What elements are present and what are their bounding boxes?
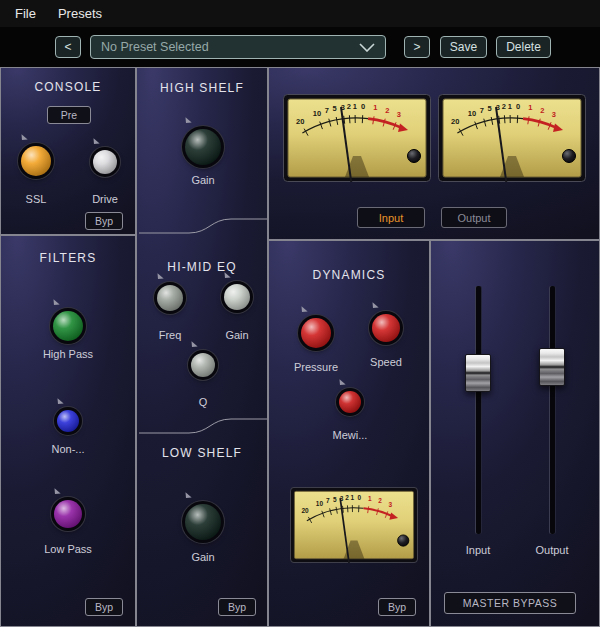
svg-text:10: 10	[468, 109, 476, 118]
svg-text:3: 3	[388, 501, 392, 508]
drive-knob[interactable]	[93, 150, 117, 174]
meter-trim-knob[interactable]	[408, 150, 421, 163]
svg-text:2: 2	[385, 106, 389, 115]
meters-panel: 2010753210123 2010753210123 Input Output	[268, 67, 600, 240]
high-shelf-gain-label: Gain	[191, 174, 214, 186]
console-bypass-button[interactable]: Byp	[85, 212, 123, 230]
high-shelf-title: HIGH SHELF	[137, 81, 267, 95]
svg-text:20: 20	[301, 507, 309, 514]
high-shelf-gain-knob[interactable]	[185, 129, 221, 165]
filters-panel: FILTERS High Pass Non-... Low Pass Byp	[0, 235, 136, 627]
hi-mid-freq-knob[interactable]	[157, 285, 183, 311]
meter-input-button[interactable]: Input	[357, 207, 425, 228]
dynamics-title: DYNAMICS	[269, 268, 429, 282]
svg-text:0: 0	[361, 102, 365, 111]
filters-title: FILTERS	[1, 251, 135, 265]
svg-text:1: 1	[528, 103, 532, 112]
mewing-knob[interactable]	[339, 391, 361, 413]
low-shelf-gain-knob[interactable]	[185, 504, 221, 540]
svg-text:2: 2	[347, 102, 351, 111]
chevron-down-icon	[359, 43, 375, 52]
svg-text:3: 3	[397, 110, 401, 119]
meter-trim-knob[interactable]	[563, 150, 576, 163]
pressure-knob[interactable]	[301, 318, 331, 348]
low-shelf-bypass-button[interactable]: Byp	[218, 598, 256, 616]
menu-file[interactable]: File	[15, 6, 36, 21]
svg-text:7: 7	[325, 106, 329, 115]
svg-text:1: 1	[373, 103, 377, 112]
next-preset-button[interactable]: >	[404, 36, 430, 58]
high-pass-knob-label: High Pass	[43, 348, 93, 360]
svg-text:10: 10	[316, 500, 324, 507]
svg-text:2: 2	[502, 102, 506, 111]
input-vu-meter: 2010753210123	[283, 94, 431, 182]
input-fader-handle[interactable]	[465, 354, 491, 392]
svg-text:2: 2	[540, 106, 544, 115]
output-fader-handle[interactable]	[539, 348, 565, 386]
non-filter-knob-label: Non-...	[51, 443, 84, 455]
master-panel: Input Output MASTER BYPASS	[430, 240, 600, 627]
ssl-knob-label: SSL	[26, 193, 47, 205]
preset-dropdown-value: No Preset Selected	[101, 40, 209, 54]
prev-preset-button[interactable]: <	[55, 36, 81, 58]
menu-presets[interactable]: Presets	[58, 6, 102, 21]
low-pass-knob[interactable]	[54, 500, 82, 528]
non-filter-knob[interactable]	[57, 410, 79, 432]
svg-text:20: 20	[451, 117, 459, 126]
dynamics-vu-meter: 2010753210123	[290, 487, 418, 563]
input-fader-label: Input	[466, 544, 490, 556]
section-divider-curve	[137, 413, 269, 439]
preset-dropdown[interactable]: No Preset Selected	[90, 35, 386, 59]
svg-text:0: 0	[516, 102, 520, 111]
svg-text:20: 20	[296, 117, 304, 126]
low-shelf-gain-label: Gain	[191, 551, 214, 563]
svg-text:1: 1	[508, 102, 512, 111]
svg-text:5: 5	[333, 496, 337, 503]
low-pass-knob-label: Low Pass	[44, 543, 92, 555]
filters-bypass-button[interactable]: Byp	[85, 598, 123, 616]
section-divider-curve	[137, 213, 269, 239]
output-vu-meter: 2010753210123	[438, 94, 586, 182]
dynamics-bypass-button[interactable]: Byp	[378, 598, 416, 616]
hi-mid-q-label: Q	[199, 396, 208, 408]
drive-knob-label: Drive	[92, 193, 118, 205]
output-fader-label: Output	[535, 544, 568, 556]
meter-output-button[interactable]: Output	[441, 207, 507, 228]
svg-text:3: 3	[552, 110, 556, 119]
pressure-knob-label: Pressure	[294, 361, 338, 373]
svg-text:2: 2	[345, 494, 349, 501]
hi-mid-gain-label: Gain	[225, 329, 248, 341]
svg-text:1: 1	[350, 494, 354, 501]
speed-knob-label: Speed	[370, 356, 402, 368]
console-pre-button[interactable]: Pre	[47, 106, 91, 124]
svg-text:5: 5	[333, 104, 337, 113]
ssl-knob[interactable]	[21, 146, 51, 176]
master-bypass-button[interactable]: MASTER BYPASS	[444, 592, 576, 614]
output-fader-track[interactable]	[550, 286, 555, 534]
svg-text:7: 7	[326, 497, 330, 504]
delete-preset-button[interactable]: Delete	[496, 36, 551, 58]
svg-text:5: 5	[488, 104, 492, 113]
save-preset-button[interactable]: Save	[440, 36, 487, 58]
console-title: CONSOLE	[1, 80, 135, 94]
plugin-window: File Presets < No Preset Selected > Save…	[0, 0, 600, 627]
input-fader-track[interactable]	[476, 286, 481, 534]
svg-text:10: 10	[313, 109, 321, 118]
hi-mid-eq-title: HI-MID EQ	[137, 260, 267, 274]
svg-text:7: 7	[480, 106, 484, 115]
hi-mid-gain-knob[interactable]	[224, 284, 250, 310]
speed-knob[interactable]	[372, 314, 400, 342]
svg-text:0: 0	[357, 494, 361, 501]
low-shelf-title: LOW SHELF	[137, 446, 267, 460]
svg-text:2: 2	[378, 497, 382, 504]
menu-bar: File Presets	[0, 0, 600, 27]
console-panel: CONSOLE Pre SSL Drive Byp	[0, 67, 136, 235]
dynamics-panel: DYNAMICS Pressure Speed Mewi... 20107532…	[268, 240, 430, 627]
high-pass-knob[interactable]	[53, 311, 83, 341]
meter-trim-knob[interactable]	[398, 535, 409, 546]
hi-mid-q-knob[interactable]	[191, 353, 215, 377]
svg-text:1: 1	[368, 495, 372, 502]
eq-panel: HIGH SHELF Gain HI-MID EQ Freq Gain Q LO…	[136, 67, 268, 627]
preset-bar: < No Preset Selected > Save Delete	[0, 27, 600, 67]
svg-text:1: 1	[353, 102, 357, 111]
